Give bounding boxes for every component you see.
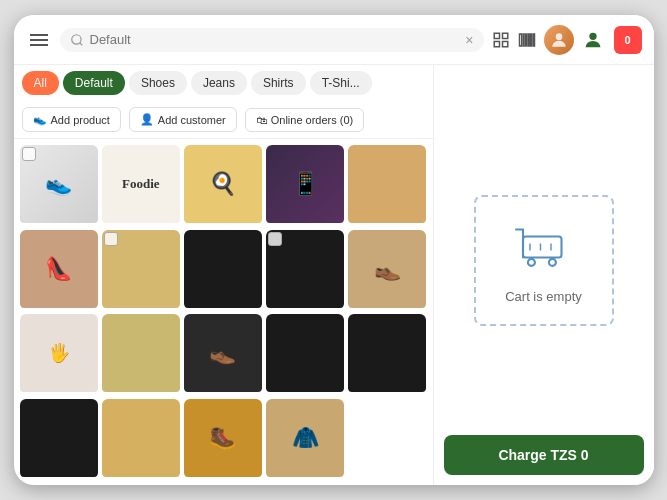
online-orders-label: Online orders (0)	[271, 114, 354, 126]
svg-rect-5	[502, 41, 507, 46]
list-item[interactable]: 🖐 Service Based	[20, 314, 98, 395]
product-label: Maroon Shoes	[20, 308, 98, 310]
list-item[interactable]: 👞 Red Suit Shoes	[348, 230, 426, 311]
svg-point-15	[527, 258, 534, 265]
main-body: All Default Shoes Jeans Shirts T-Shi... …	[14, 65, 654, 485]
product-checkbox[interactable]	[268, 232, 282, 246]
barcode-icon[interactable]	[518, 31, 536, 49]
hamburger-icon[interactable]	[26, 30, 52, 50]
product-label: Service Based	[20, 392, 98, 394]
online-orders-button[interactable]: 🛍 Online orders (0)	[245, 108, 365, 132]
cart-badge[interactable]: 0	[614, 26, 642, 54]
list-item[interactable]: Foodie Backpack	[102, 145, 180, 226]
right-panel: Cart is empty Charge TZS 0	[434, 65, 654, 485]
svg-rect-10	[530, 34, 531, 46]
list-item[interactable]: 👞 Suit Shoes	[184, 314, 262, 395]
tab-shoes[interactable]: Shoes	[129, 71, 187, 95]
clear-icon[interactable]: ×	[465, 32, 473, 48]
product-label: New test	[102, 308, 180, 310]
product-label: Suit Shoes	[102, 392, 180, 394]
category-tabs: All Default Shoes Jeans Shirts T-Shi...	[14, 65, 433, 101]
list-item[interactable]: 📱 Hill Water	[266, 145, 344, 226]
search-input[interactable]	[90, 32, 460, 47]
svg-rect-9	[528, 34, 529, 46]
action-bar: 👟 Add product 👤 Add customer 🛍 Online or…	[14, 101, 433, 139]
product-label: Backpack	[102, 223, 180, 225]
product-label: Polo T-shirt	[266, 308, 344, 310]
list-item[interactable]: Polo T-shirt	[266, 230, 344, 311]
list-item[interactable]: 🥾 Timberland Boo...	[184, 399, 262, 480]
cart-bag: 0	[614, 26, 642, 54]
svg-line-1	[79, 42, 82, 45]
list-item[interactable]: Test	[348, 314, 426, 395]
svg-rect-14	[523, 236, 562, 257]
svg-point-0	[71, 34, 80, 43]
svg-rect-4	[494, 41, 499, 46]
product-label: Bibimbap	[184, 223, 262, 225]
product-label: Hill Water	[266, 223, 344, 225]
product-label: Test test	[102, 477, 180, 479]
product-checkbox[interactable]	[104, 232, 118, 246]
svg-point-12	[555, 33, 562, 40]
svg-rect-3	[502, 33, 507, 38]
cart-icon	[509, 217, 579, 277]
tab-all[interactable]: All	[22, 71, 59, 95]
product-label: Red Suit Shoes	[348, 308, 426, 310]
search-icon	[70, 33, 84, 47]
cart-area: Cart is empty	[474, 85, 614, 435]
svg-rect-6	[519, 34, 521, 46]
header: × 0	[14, 15, 654, 65]
list-item[interactable]: 🍳 Bibimbap	[184, 145, 262, 226]
search-bar: ×	[60, 28, 484, 52]
list-item[interactable]: 👠 Maroon Shoes	[20, 230, 98, 311]
list-item[interactable]: Test test	[102, 399, 180, 480]
svg-rect-7	[523, 34, 524, 46]
tab-jeans[interactable]: Jeans	[191, 71, 247, 95]
product-label: Nyanya Chungu	[184, 308, 262, 310]
add-product-label: Add product	[51, 114, 110, 126]
svg-point-16	[548, 258, 555, 265]
person-icon[interactable]	[582, 29, 604, 51]
charge-button[interactable]: Charge TZS 0	[444, 435, 644, 475]
add-customer-label: Add customer	[158, 114, 226, 126]
add-customer-icon: 👤	[140, 113, 154, 126]
list-item[interactable]: IPhone 10	[348, 145, 426, 226]
add-customer-button[interactable]: 👤 Add customer	[129, 107, 237, 132]
header-actions	[492, 25, 574, 55]
list-item[interactable]: Nyanya Chungu	[184, 230, 262, 311]
left-panel: All Default Shoes Jeans Shirts T-Shi... …	[14, 65, 434, 485]
product-label: Test	[266, 392, 344, 394]
avatar[interactable]	[544, 25, 574, 55]
product-label: All Star Shoes	[20, 223, 98, 225]
product-label: Test	[20, 477, 98, 479]
product-label: Test	[348, 392, 426, 394]
product-label: Suit Shoes	[184, 392, 262, 394]
svg-point-13	[589, 32, 596, 39]
svg-rect-11	[533, 34, 535, 46]
list-item[interactable]: Test	[266, 314, 344, 395]
tablet-frame: × 0 All Default Shoes	[14, 15, 654, 485]
list-item[interactable]: Test	[20, 399, 98, 480]
online-orders-icon: 🛍	[256, 114, 267, 126]
svg-rect-8	[525, 34, 527, 46]
list-item[interactable]: 👟 All Star Shoes	[20, 145, 98, 226]
product-label: Woman Coat	[266, 477, 344, 479]
list-item[interactable]: New test	[102, 230, 180, 311]
list-item[interactable]: 🧥 Woman Coat	[266, 399, 344, 480]
products-grid: 👟 All Star Shoes Foodie Backpack 🍳 Bibim	[14, 139, 433, 485]
tab-tshirts[interactable]: T-Shi...	[310, 71, 372, 95]
list-item[interactable]: Suit Shoes	[102, 314, 180, 395]
cart-count: 0	[624, 34, 630, 46]
grid-icon[interactable]	[492, 31, 510, 49]
product-label: IPhone 10	[348, 223, 426, 225]
add-product-button[interactable]: 👟 Add product	[22, 107, 121, 132]
cart-empty-text: Cart is empty	[505, 289, 582, 304]
product-label: Timberland Boo...	[184, 477, 262, 479]
svg-rect-2	[494, 33, 499, 38]
tab-shirts[interactable]: Shirts	[251, 71, 306, 95]
cart-empty-container: Cart is empty	[474, 195, 614, 326]
tab-default[interactable]: Default	[63, 71, 125, 95]
product-checkbox[interactable]	[22, 147, 36, 161]
header-right-icons: 0	[582, 26, 642, 54]
add-product-icon: 👟	[33, 113, 47, 126]
